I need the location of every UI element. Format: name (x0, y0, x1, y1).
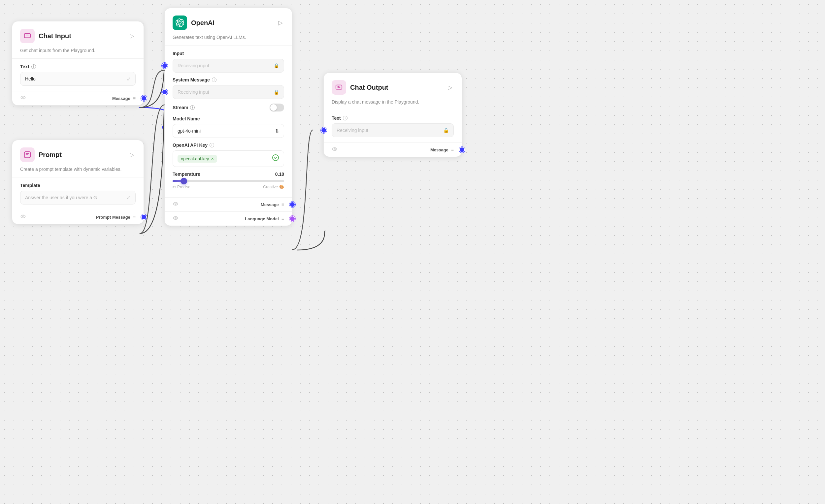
openai-input-field: Receiving input 🔒 (172, 59, 284, 73)
chat-output-footer-left (332, 146, 338, 153)
chat-input-title: Chat Input (39, 32, 71, 40)
openai-api-key-remove[interactable]: ✕ (211, 157, 214, 161)
openai-system-message-info-icon: i (212, 78, 217, 82)
chat-input-text-info-icon: i (31, 64, 36, 69)
openai-api-key-field[interactable]: openai-api-key ✕ (172, 150, 284, 167)
chat-output-lock-icon: 🔒 (443, 128, 449, 133)
openai-system-message-field: Receiving input 🔒 (172, 85, 284, 99)
openai-stream-label: Stream i (172, 105, 195, 110)
svg-point-1 (21, 96, 25, 99)
svg-point-13 (334, 149, 335, 150)
chat-output-body: Text i Receiving input 🔒 (324, 110, 462, 143)
prompt-description: Create a prompt template with dynamic va… (12, 165, 144, 177)
openai-footer-message-left (172, 201, 178, 208)
chat-input-text-field[interactable]: Hello ⤢ (20, 72, 136, 86)
svg-point-7 (173, 202, 178, 205)
chat-input-menu-icon: ≡ (133, 96, 136, 101)
chat-input-footer-right: Message ≡ (112, 96, 136, 101)
openai-temperature-creative-label: Creative 🎨 (263, 185, 284, 189)
prompt-message-handle[interactable] (142, 215, 146, 219)
openai-language-eye-icon[interactable] (172, 215, 178, 222)
svg-point-6 (273, 155, 279, 161)
openai-footer-message-menu-icon: ≡ (282, 202, 284, 207)
openai-model-chevron-icon: ⇅ (275, 128, 279, 134)
prompt-eye-icon[interactable] (20, 214, 26, 221)
chat-output-footer: Message ≡ (324, 143, 462, 157)
chat-input-footer-left (20, 95, 26, 102)
chat-output-eye-icon[interactable] (332, 146, 338, 153)
svg-point-8 (175, 203, 176, 205)
chat-input-header: Chat Input ▷ (12, 21, 144, 47)
openai-description: Generates text using OpenAI LLMs. (165, 33, 292, 46)
chat-output-run-button[interactable]: ▷ (447, 82, 454, 92)
svg-point-9 (173, 217, 178, 220)
prompt-footer: Prompt Message ≡ (12, 210, 144, 224)
openai-footer-message-right: Message ≡ (261, 202, 284, 207)
prompt-body: Template Answer the user as if you were … (12, 177, 144, 210)
openai-node: OpenAI ▷ Generates text using OpenAI LLM… (164, 8, 292, 226)
openai-system-message-lock-icon: 🔒 (274, 89, 279, 95)
openai-stream-info-icon: i (190, 105, 195, 110)
chat-output-icon (332, 80, 346, 95)
creative-icon: 🎨 (279, 185, 284, 189)
openai-run-button[interactable]: ▷ (277, 18, 284, 28)
openai-temperature-thumb[interactable] (180, 178, 187, 184)
chat-output-footer-right: Message ≡ (430, 147, 454, 152)
openai-input-handle[interactable] (162, 63, 167, 68)
chat-output-description: Display a chat message in the Playground… (324, 98, 462, 110)
chat-output-title: Chat Output (350, 84, 388, 91)
chat-output-message-handle[interactable] (460, 148, 464, 152)
openai-header-left: OpenAI (172, 15, 215, 30)
precise-icon: ✂ (172, 185, 176, 189)
openai-input-lock-icon: 🔒 (274, 63, 279, 68)
openai-temperature-value: 0.10 (275, 172, 284, 177)
chat-input-text-label: Text i (20, 64, 136, 69)
openai-api-key-info-icon: i (210, 143, 214, 148)
openai-body: Input Receiving input 🔒 System Message i… (165, 46, 292, 197)
chat-output-text-field: Receiving input 🔒 (332, 123, 454, 137)
chat-input-run-button[interactable]: ▷ (128, 31, 136, 41)
openai-system-message-label: System Message i (172, 77, 284, 82)
chat-output-node: Chat Output ▷ Display a chat message in … (323, 73, 462, 157)
chat-output-text-info-icon: i (343, 116, 348, 120)
openai-temperature-header: Temperature 0.10 (172, 172, 284, 177)
chat-input-header-left: Chat Input (20, 29, 71, 43)
openai-language-handle-right[interactable] (290, 217, 295, 221)
openai-title: OpenAI (191, 19, 215, 27)
openai-footer-language: Language Model ≡ (165, 212, 292, 226)
chat-output-menu-icon: ≡ (451, 147, 454, 152)
prompt-menu-icon: ≡ (133, 215, 136, 220)
prompt-template-label: Template (20, 183, 136, 188)
prompt-header-left: Prompt (20, 148, 62, 162)
openai-input-label: Input (172, 51, 284, 56)
openai-api-key-tag: openai-api-key ✕ (177, 155, 217, 163)
prompt-header: Prompt ▷ (12, 140, 144, 165)
chat-input-message-handle[interactable] (142, 96, 146, 101)
openai-system-message-handle[interactable] (162, 90, 167, 94)
prompt-template-field[interactable]: Answer the user as if you were a G ⤢ (20, 191, 136, 204)
openai-footer-language-right: Language Model ≡ (245, 216, 284, 221)
openai-message-handle-right[interactable] (290, 202, 295, 207)
prompt-node: Prompt ▷ Create a prompt template with d… (12, 140, 144, 224)
chat-input-description: Get chat inputs from the Playground. (12, 47, 144, 59)
canvas: Chat Input ▷ Get chat inputs from the Pl… (0, 0, 825, 504)
prompt-title: Prompt (39, 151, 62, 159)
prompt-icon (20, 148, 34, 162)
chat-input-body: Text i Hello ⤢ (12, 59, 144, 91)
svg-point-4 (21, 215, 25, 218)
chat-input-icon (20, 29, 34, 43)
openai-model-name-select[interactable]: gpt-4o-mini ⇅ (172, 124, 284, 138)
chat-input-eye-icon[interactable] (20, 95, 26, 102)
prompt-run-button[interactable]: ▷ (128, 150, 136, 160)
svg-rect-0 (24, 34, 30, 38)
openai-footer-language-left (172, 215, 178, 222)
openai-temperature-track[interactable] (172, 180, 284, 182)
svg-rect-11 (336, 85, 342, 89)
chat-input-expand-icon: ⤢ (127, 76, 131, 81)
chat-output-text-handle-left[interactable] (321, 128, 326, 133)
svg-point-5 (22, 216, 24, 218)
chat-output-header: Chat Output ▷ (324, 73, 462, 98)
openai-stream-toggle[interactable] (270, 103, 284, 111)
openai-header: OpenAI ▷ (165, 8, 292, 33)
openai-eye-icon[interactable] (172, 201, 178, 208)
